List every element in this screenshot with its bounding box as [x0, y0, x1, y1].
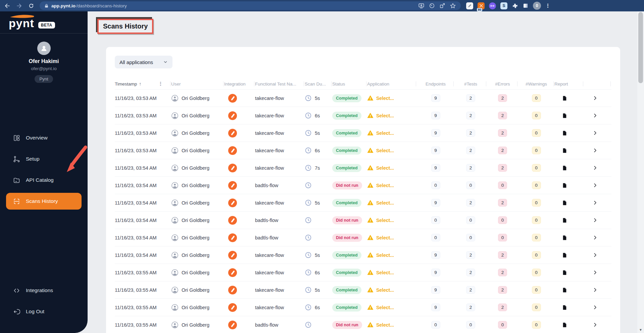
row-expand-cell[interactable]	[584, 148, 611, 153]
table-row[interactable]: 11/16/23, 03:53 AM Ori Goldberg takecare…	[115, 107, 611, 124]
column-header-application[interactable]: Application	[367, 78, 417, 89]
column-header-user[interactable]: User	[171, 78, 224, 89]
bookmark-star-icon[interactable]	[450, 3, 456, 9]
status-cell: Completed	[332, 251, 367, 259]
table-row[interactable]: 11/16/23, 03:54 AM Ori Goldberg takecare…	[115, 246, 611, 264]
report-cell[interactable]	[554, 235, 584, 241]
table-row[interactable]: 11/16/23, 03:53 AM Ori Goldberg takecare…	[115, 89, 611, 107]
application-cell[interactable]: Select...	[367, 95, 417, 101]
browser-menu-icon[interactable]: ⋮	[545, 3, 550, 9]
report-cell[interactable]	[554, 148, 584, 154]
application-cell[interactable]: Select...	[367, 112, 417, 119]
row-expand-cell[interactable]	[584, 130, 611, 135]
row-expand-cell[interactable]	[584, 322, 611, 327]
report-cell[interactable]	[554, 322, 584, 328]
gauge-icon[interactable]	[429, 3, 435, 9]
table-row[interactable]: 11/16/23, 03:55 AM Ori Goldberg takecare…	[115, 264, 611, 281]
profile-avatar[interactable]: 0	[533, 2, 541, 10]
forward-icon[interactable]	[15, 2, 23, 9]
column-header-tests[interactable]: #Tests	[454, 78, 487, 89]
report-cell[interactable]	[554, 165, 584, 171]
back-icon[interactable]	[3, 2, 11, 9]
application-cell[interactable]: Select...	[367, 304, 417, 311]
errors-cell: 2	[487, 199, 518, 207]
sidebar-item-integrations[interactable]: Integrations	[0, 282, 88, 299]
application-cell[interactable]: Select...	[367, 182, 417, 188]
snip-extension-icon[interactable]: 80	[478, 2, 485, 9]
table-row[interactable]: 11/16/23, 03:55 AM Ori Goldberg takecare…	[115, 298, 611, 316]
bot-extension-icon[interactable]: oo	[489, 2, 496, 9]
share-icon[interactable]	[439, 3, 445, 9]
row-expand-cell[interactable]	[584, 113, 611, 118]
row-expand-cell[interactable]	[584, 218, 611, 223]
application-cell[interactable]: Select...	[367, 200, 417, 206]
table-row[interactable]: 11/16/23, 03:54 AM Ori Goldberg takecare…	[115, 194, 611, 211]
table-row[interactable]: 11/16/23, 03:54 AM Ori Goldberg takecare…	[115, 159, 611, 176]
report-cell[interactable]	[554, 217, 584, 223]
application-cell[interactable]: Select...	[367, 165, 417, 171]
column-header-errors[interactable]: #Errors	[487, 78, 518, 89]
table-row[interactable]: 11/16/23, 03:53 AM Ori Goldberg takecare…	[115, 124, 611, 142]
row-expand-cell[interactable]	[584, 287, 611, 292]
application-filter-select[interactable]: All applications	[115, 56, 172, 68]
application-cell[interactable]: Select...	[367, 217, 417, 223]
column-header-report[interactable]: Report	[554, 78, 584, 89]
puzzle-extensions-icon[interactable]	[512, 3, 518, 9]
sidebar-item-api-catalog[interactable]: API Catalog	[0, 172, 88, 188]
save-page-icon[interactable]	[418, 3, 425, 9]
column-header-warnings[interactable]: #Warnings	[518, 78, 554, 89]
scrollbar-thumb[interactable]	[638, 12, 643, 83]
column-header-functional-test[interactable]: Functional Test Na...	[255, 78, 305, 89]
column-header-timestamp[interactable]: Timestamp ↑ ⋮	[115, 78, 171, 89]
row-expand-cell[interactable]	[584, 270, 611, 275]
column-menu-icon[interactable]: ⋮	[158, 81, 163, 87]
page-scrollbar[interactable]: ▼	[637, 11, 644, 333]
application-cell[interactable]: Select...	[367, 252, 417, 258]
column-header-integration[interactable]: Integration	[224, 78, 255, 89]
row-expand-cell[interactable]	[584, 165, 611, 170]
report-cell[interactable]	[554, 95, 584, 101]
row-expand-cell[interactable]	[584, 235, 611, 240]
report-cell[interactable]	[554, 130, 584, 136]
table-row[interactable]: 11/16/23, 03:55 AM Ori Goldberg badtls-f…	[115, 316, 611, 333]
application-cell[interactable]: Select...	[367, 322, 417, 328]
table-row[interactable]: 11/16/23, 03:54 AM Ori Goldberg badtls-f…	[115, 229, 611, 246]
s-extension-icon[interactable]: S	[500, 2, 507, 9]
table-row[interactable]: 11/16/23, 03:53 AM Ori Goldberg takecare…	[115, 142, 611, 159]
address-bar[interactable]: app.pynt.io/dashboard/scans-history	[40, 1, 461, 10]
report-cell[interactable]	[554, 200, 584, 206]
column-header-endpoints[interactable]: Endpoints	[417, 78, 454, 89]
table-row[interactable]: 11/16/23, 03:54 AM Ori Goldberg badtls-f…	[115, 176, 611, 194]
reload-icon[interactable]	[28, 2, 35, 9]
column-header-scan-duration[interactable]: Scan Du...	[305, 78, 332, 89]
table-row[interactable]: 11/16/23, 03:54 AM Ori Goldberg badtls-f…	[115, 211, 611, 229]
row-expand-cell[interactable]	[584, 200, 611, 205]
report-cell[interactable]	[554, 304, 584, 311]
row-expand-cell[interactable]	[584, 253, 611, 258]
report-cell[interactable]	[554, 182, 584, 188]
row-expand-cell[interactable]	[584, 305, 611, 310]
report-cell[interactable]	[554, 252, 584, 258]
scrollbar-down-icon[interactable]: ▼	[637, 327, 644, 332]
sidebar-item-setup[interactable]: Setup	[0, 151, 88, 167]
side-panel-icon[interactable]	[523, 3, 529, 9]
application-cell[interactable]: Select...	[367, 130, 417, 136]
application-cell[interactable]: Select...	[367, 234, 417, 241]
application-cell[interactable]: Select...	[367, 287, 417, 293]
duration-text: 7s	[315, 165, 320, 171]
sidebar-item-scans-history[interactable]: Scans History	[6, 193, 82, 210]
application-cell[interactable]: Select...	[367, 147, 417, 154]
application-cell[interactable]: Select...	[367, 269, 417, 276]
report-cell[interactable]	[554, 113, 584, 119]
row-expand-cell[interactable]	[584, 96, 611, 101]
notes-extension-icon[interactable]	[466, 2, 473, 9]
sidebar-item-logout[interactable]: Log Out	[0, 303, 88, 320]
sidebar-item-overview[interactable]: Overview	[0, 129, 88, 146]
report-cell[interactable]	[554, 270, 584, 276]
duration-text: 5s	[315, 253, 320, 258]
table-row[interactable]: 11/16/23, 03:55 AM Ori Goldberg takecare…	[115, 281, 611, 298]
row-expand-cell[interactable]	[584, 183, 611, 188]
column-header-status[interactable]: Status	[332, 78, 367, 89]
tests-cell: 0	[454, 234, 487, 241]
report-cell[interactable]	[554, 287, 584, 293]
